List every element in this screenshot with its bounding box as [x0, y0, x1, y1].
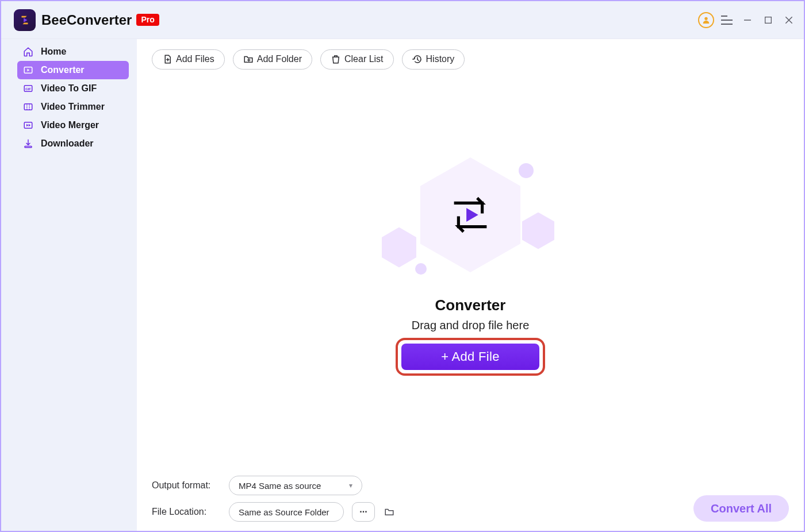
svg-rect-3 — [765, 17, 772, 23]
button-label: History — [426, 54, 455, 64]
sidebar-item-label: Converter — [41, 65, 85, 75]
svg-rect-8 — [24, 104, 32, 110]
sidebar-item-video-merger[interactable]: Video Merger — [17, 116, 129, 134]
svg-marker-11 — [29, 124, 30, 127]
sidebar-item-label: Video Trimmer — [41, 102, 105, 112]
footer: Output format: MP4 Same as source ▾ File… — [137, 471, 804, 531]
button-label: Add Folder — [257, 54, 302, 64]
file-add-icon — [162, 54, 172, 64]
minimize-button[interactable] — [737, 10, 758, 30]
folder-icon — [383, 507, 396, 517]
trimmer-icon — [23, 102, 33, 112]
add-folder-button[interactable]: Add Folder — [233, 49, 312, 70]
sidebar-item-label: Video To GIF — [41, 83, 97, 94]
sidebar-item-label: Downloader — [41, 138, 94, 149]
app-window: BeeConverter Pro Home — [0, 0, 805, 532]
ellipsis-icon: ··· — [359, 507, 367, 517]
title-bar: BeeConverter Pro — [1, 1, 804, 39]
account-button[interactable] — [696, 10, 716, 30]
svg-marker-10 — [26, 124, 28, 127]
svg-marker-0 — [24, 18, 27, 22]
main-panel: Add Files Add Folder Clear List — [137, 39, 804, 531]
merger-icon — [23, 120, 33, 130]
drop-zone-title: Converter — [435, 296, 506, 314]
maximize-button[interactable] — [758, 10, 779, 30]
svg-rect-12 — [25, 147, 32, 148]
menu-icon — [721, 16, 733, 25]
svg-rect-2 — [744, 20, 751, 21]
close-button[interactable] — [779, 10, 799, 30]
pro-badge: Pro — [136, 14, 159, 26]
sidebar-item-converter[interactable]: Converter — [17, 61, 129, 79]
history-button[interactable]: History — [402, 49, 465, 70]
output-format-select[interactable]: MP4 Same as source ▾ — [229, 476, 362, 495]
button-label: Add Files — [176, 54, 214, 64]
convert-all-button[interactable]: Convert All — [693, 495, 789, 522]
gif-icon: GIF — [23, 83, 33, 94]
select-value: Same as Source Folder — [239, 507, 329, 517]
folder-add-icon — [243, 54, 254, 64]
svg-marker-5 — [28, 69, 30, 72]
chevron-down-icon: ▾ — [349, 481, 352, 489]
minimize-icon — [742, 15, 753, 25]
user-icon — [698, 12, 714, 28]
select-value: MP4 Same as source — [239, 481, 321, 491]
button-label: Clear List — [344, 54, 384, 64]
sidebar-item-home[interactable]: Home — [17, 43, 129, 61]
maximize-icon — [764, 16, 773, 25]
convert-glyph-icon — [446, 190, 495, 240]
sidebar-item-label: Video Merger — [41, 120, 99, 130]
app-logo-icon — [14, 9, 36, 31]
add-file-button[interactable]: + Add File — [401, 344, 539, 370]
svg-text:GIF: GIF — [25, 87, 31, 91]
sidebar-item-label: Home — [41, 47, 66, 57]
button-label: + Add File — [441, 349, 499, 364]
output-format-label: Output format: — [152, 480, 221, 491]
app-body: Home Converter GIF Video To GIF Video Tr… — [1, 39, 804, 531]
clear-list-button[interactable]: Clear List — [320, 49, 394, 70]
sidebar-item-downloader[interactable]: Downloader — [17, 134, 129, 153]
file-location-label: File Location: — [152, 507, 221, 517]
app-title: BeeConverter — [41, 12, 132, 28]
sidebar-item-video-to-gif[interactable]: GIF Video To GIF — [17, 79, 129, 98]
home-icon — [23, 47, 33, 57]
hamburger-menu-button[interactable] — [716, 10, 737, 30]
drop-zone-illustration — [367, 152, 574, 278]
add-files-button[interactable]: Add Files — [152, 49, 225, 70]
add-file-highlight: + Add File — [396, 338, 545, 376]
history-icon — [412, 54, 423, 64]
close-icon — [784, 15, 794, 25]
converter-icon — [23, 65, 33, 75]
svg-point-1 — [704, 17, 707, 20]
drop-zone[interactable]: Converter Drag and drop file here + Add … — [137, 79, 804, 471]
open-folder-button[interactable] — [383, 507, 396, 517]
drop-zone-subtitle: Drag and drop file here — [412, 319, 530, 332]
svg-marker-13 — [466, 207, 478, 221]
sidebar-item-video-trimmer[interactable]: Video Trimmer — [17, 98, 129, 116]
sidebar: Home Converter GIF Video To GIF Video Tr… — [1, 39, 137, 531]
download-icon — [23, 138, 33, 149]
button-label: Convert All — [711, 502, 772, 515]
toolbar: Add Files Add Folder Clear List — [137, 39, 804, 79]
file-location-select[interactable]: Same as Source Folder — [229, 502, 344, 522]
trash-icon — [331, 54, 341, 64]
file-location-more-button[interactable]: ··· — [352, 502, 375, 522]
